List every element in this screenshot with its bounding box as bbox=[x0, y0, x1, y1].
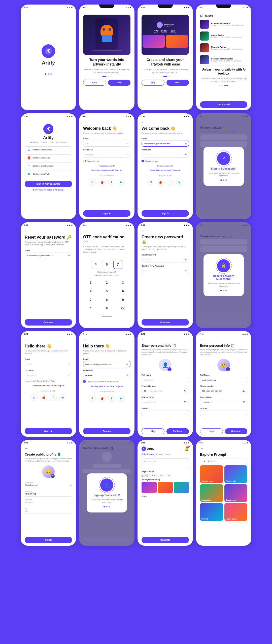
password-input[interactable]: Password 👁 bbox=[25, 372, 72, 378]
style-thumb-1[interactable] bbox=[142, 482, 157, 493]
avatar-upload[interactable]: 👤 📷 bbox=[159, 359, 172, 371]
explore-item-3[interactable]: Abstract art bbox=[200, 484, 223, 502]
sign-in-button[interactable]: Sign in bbox=[142, 210, 189, 217]
apple-small[interactable]: 🍎 bbox=[40, 394, 47, 401]
search-bar[interactable]: 🔍 🔍 Search bbox=[200, 459, 247, 463]
google-button[interactable]: G Continue with Google bbox=[25, 146, 72, 153]
numpad-3[interactable]: 3 bbox=[115, 279, 130, 286]
continue-button[interactable]: Continue bbox=[25, 319, 72, 326]
back-button[interactable]: ← bbox=[200, 338, 247, 342]
continue-button[interactable]: Continue bbox=[166, 428, 189, 434]
generate-button[interactable]: Generate bbox=[142, 537, 189, 543]
apple-small[interactable]: 🍎 bbox=[98, 395, 106, 402]
twitter-small[interactable]: 🐦 bbox=[176, 179, 183, 186]
aspect-4-3[interactable]: 4:3 bbox=[158, 474, 164, 477]
password-input[interactable]: •••••••••• 👁 bbox=[83, 372, 130, 378]
avatar-edit-badge[interactable]: 📷 bbox=[226, 367, 230, 371]
apple-small[interactable]: 🍎 bbox=[98, 179, 106, 186]
twitter-small[interactable]: 🐦 bbox=[118, 179, 125, 186]
apple-small[interactable]: 🍎 bbox=[157, 179, 164, 186]
back-button[interactable]: ← bbox=[25, 338, 72, 342]
google-small[interactable]: G bbox=[89, 179, 96, 186]
style-thumb-2[interactable] bbox=[158, 482, 173, 493]
gender-input[interactable]: ⌄ bbox=[200, 410, 247, 416]
otp-digit-1[interactable]: 4 bbox=[91, 260, 100, 269]
next-button[interactable]: Next bbox=[108, 80, 130, 86]
email-input[interactable]: andrew.ainsley@yourdomain.com ✉ bbox=[142, 141, 189, 147]
password-input[interactable]: Password 👁 bbox=[83, 152, 130, 158]
remember-checkbox[interactable]: ✓ bbox=[142, 160, 144, 162]
numpad-2[interactable]: 2 bbox=[99, 279, 114, 286]
back-button[interactable]: ← bbox=[25, 229, 72, 233]
skip-button[interactable]: Skip bbox=[142, 80, 164, 86]
avatar-edit-badge[interactable]: 📷 bbox=[51, 474, 55, 478]
numpad-9[interactable]: 9 bbox=[115, 296, 130, 304]
email-input[interactable]: andrew.ainsley@yourdomain.com ✉ bbox=[83, 361, 130, 367]
skip-button[interactable]: Skip bbox=[200, 428, 223, 434]
aspect-3-4[interactable]: 3:4 bbox=[166, 474, 172, 477]
avatar-upload[interactable]: 😊 📷 bbox=[217, 359, 230, 371]
prompt-input[interactable]: Type anything... bbox=[142, 458, 189, 468]
dob-input[interactable]: MM/DD/YYYY 📅 bbox=[142, 399, 189, 405]
dob-input[interactable]: 12/27/1995 📅 bbox=[200, 399, 247, 405]
fullname-input[interactable]: Full Name bbox=[142, 377, 189, 383]
numpad-4[interactable]: 4 bbox=[83, 287, 98, 295]
next-button[interactable]: Next bbox=[166, 80, 189, 86]
email-input[interactable]: andrew.ainsley@yourdomain.com ✉ bbox=[25, 252, 72, 258]
resend-link[interactable]: You can resend code in 55 s bbox=[83, 274, 130, 276]
google-small[interactable]: G bbox=[89, 395, 96, 402]
style-thumb-3[interactable] bbox=[174, 482, 189, 493]
back-button[interactable]: ← bbox=[142, 338, 189, 342]
facebook-small[interactable]: f bbox=[108, 179, 115, 186]
terms-checkbox[interactable]: ✓ bbox=[83, 380, 86, 383]
apple-button[interactable]: 🍎 Continue with Apple bbox=[25, 154, 72, 161]
tab-enter-prompt[interactable]: Enter Prompt bbox=[142, 453, 154, 456]
google-small[interactable]: G bbox=[30, 394, 38, 401]
aspect-16-9[interactable]: 16:9 bbox=[149, 474, 157, 477]
back-button[interactable]: ← bbox=[142, 229, 189, 233]
back-button[interactable]: ← bbox=[83, 120, 130, 124]
sign-up-button[interactable]: Sign up bbox=[83, 428, 130, 434]
email-input[interactable]: Email ✉ bbox=[83, 141, 130, 147]
get-started-button[interactable]: Get Started bbox=[200, 101, 247, 108]
numpad-5[interactable]: 5 bbox=[99, 287, 114, 295]
aspect-1-1[interactable]: 1:1 bbox=[142, 474, 148, 477]
phone-input[interactable]: 🇺🇸 +11 000 000 000 📞 bbox=[142, 388, 189, 394]
otp-digit-2[interactable]: 6 bbox=[102, 260, 111, 269]
facebook-button[interactable]: f Continue with Facebook bbox=[25, 163, 72, 169]
facebook-small[interactable]: f bbox=[50, 394, 57, 401]
email-input[interactable]: Email ✉ bbox=[25, 361, 72, 367]
phone-input[interactable]: 🇺🇸 +111 467 378 399 📞 bbox=[200, 388, 247, 394]
numpad-8[interactable]: 8 bbox=[99, 296, 114, 304]
facebook-small[interactable]: f bbox=[108, 395, 115, 402]
gender-input[interactable]: ⌄ bbox=[142, 410, 189, 416]
avatar-upload[interactable]: 😊 📷 bbox=[42, 465, 55, 478]
back-button[interactable]: ← bbox=[25, 446, 72, 450]
explore-item-4[interactable]: Space scene bbox=[224, 484, 248, 502]
numpad-0[interactable]: 0 bbox=[99, 305, 114, 312]
facebook-small[interactable]: f bbox=[166, 179, 174, 186]
password-input[interactable]: •••••••••• 👁 bbox=[142, 152, 189, 158]
explore-item-1[interactable]: Colorful robot bbox=[200, 465, 223, 483]
google-small[interactable]: G bbox=[147, 179, 154, 186]
twitter-small[interactable]: 🐦 bbox=[59, 394, 66, 401]
otp-digit-3[interactable]: 7 bbox=[113, 260, 122, 269]
forgot-link[interactable]: Forgot password? bbox=[83, 165, 130, 167]
notification-button[interactable]: 🔔 819 bbox=[185, 446, 189, 451]
remember-checkbox[interactable] bbox=[83, 160, 86, 162]
avatar-edit-badge[interactable]: 📷 bbox=[167, 367, 172, 371]
back-button[interactable]: ← bbox=[200, 446, 247, 450]
explore-item-6[interactable]: Nature scene bbox=[224, 503, 248, 521]
back-button[interactable]: ← bbox=[83, 338, 130, 342]
skip-button[interactable]: Skip bbox=[142, 428, 164, 434]
explore-item-2[interactable]: Fantasy bird bbox=[224, 465, 248, 483]
confirm-pass-input[interactable]: •••••••••• 👁 bbox=[142, 268, 189, 274]
numpad-7[interactable]: 7 bbox=[83, 296, 98, 304]
twitter-button[interactable]: 🐦 Continue with Twitter bbox=[25, 171, 72, 177]
numpad-star[interactable]: * bbox=[83, 305, 98, 312]
continue-button[interactable]: Continue bbox=[142, 319, 189, 326]
numpad-6[interactable]: 6 bbox=[115, 287, 130, 295]
new-pass-input[interactable]: •••••••••• 👁 bbox=[142, 257, 189, 263]
back-button[interactable]: ← bbox=[83, 229, 130, 233]
tab-explore-prompt[interactable]: Explore Prompt → bbox=[156, 453, 173, 456]
